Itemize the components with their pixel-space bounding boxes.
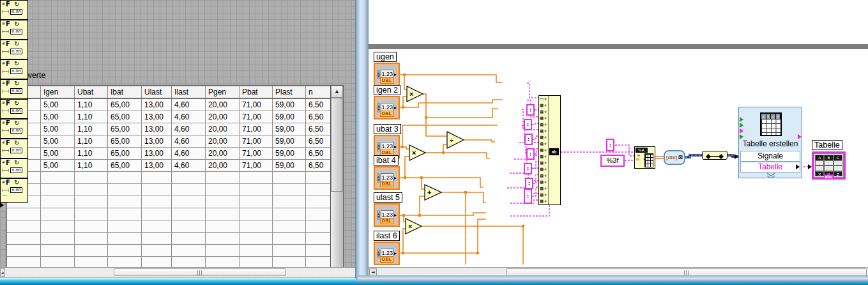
concat-input-row: ▭+ — [539, 96, 560, 102]
signal-merge-node[interactable] — [702, 151, 727, 160]
terminal-label[interactable]: ubat 3 — [374, 124, 401, 134]
concat-input-row: ▦+ — [539, 192, 560, 198]
terminal-label[interactable]: ugen — [374, 52, 397, 62]
terminal-arrow-icon — [740, 117, 743, 122]
divider — [548, 96, 549, 204]
tab-constant[interactable]: ∶ — [524, 163, 532, 174]
table-indicator-terminal[interactable]: A B C ∶ ∶ ∶ ∶ ∶ ∶ X Y Z abc — [812, 151, 846, 180]
concat-input-row: ▦+ — [539, 185, 560, 192]
concat-input-row: ▦+ — [539, 198, 560, 204]
svg-text:÷: ÷ — [450, 136, 453, 144]
terminal-body: ▲▼1.23▸DBL — [376, 65, 398, 84]
concat-input-row: ▦+ — [539, 128, 560, 134]
multiply-node[interactable]: × — [409, 145, 425, 160]
concat-input-row: ▦+ — [539, 134, 560, 141]
terminal-label[interactable]: ulast 5 — [374, 192, 402, 203]
dbl-control-terminal[interactable]: ▲▼1.23▸DBL — [374, 63, 400, 86]
format-string-constant[interactable]: %3f — [600, 155, 625, 167]
operator-nodes: × × ÷ + × — [406, 86, 464, 234]
tab-constant[interactable]: ∶ — [526, 104, 535, 116]
chevron-down-icon[interactable] — [766, 173, 775, 178]
signale-wire-arrow-icon — [735, 154, 738, 159]
add-node[interactable]: + — [425, 185, 441, 200]
concat-input-row: ▦+ — [539, 102, 560, 109]
terminal-body: ▲▼1.23▸DBL — [376, 137, 398, 157]
concat-input-row: ▦+ — [539, 141, 560, 147]
dbl-type-tag: DBL — [380, 218, 393, 224]
concat-input-row: ▦+ — [539, 121, 560, 128]
spreadsheet-grid-icon — [644, 153, 653, 167]
concat-input-row: ▦+ — [539, 179, 560, 185]
dbl-control-terminal[interactable]: ▲▼1.23▸DBL — [374, 242, 400, 265]
terminal-arrow-icon — [740, 123, 743, 128]
output-arrow-icon: ▸ — [394, 72, 397, 78]
concatenate-output-badge: ab — [549, 148, 559, 155]
format-glyph: %#; — [636, 148, 648, 153]
indicator-label[interactable]: Tabelle — [812, 140, 842, 150]
svg-text:+: + — [427, 189, 431, 196]
tab-constant[interactable]: ∶ — [524, 189, 532, 204]
svg-text:×: × — [408, 222, 412, 230]
output-arrow-icon: ▸ — [394, 144, 397, 150]
concat-input-row: ▦+ — [539, 109, 560, 115]
array-dots-glyph: ∶+⊡ — [636, 153, 641, 161]
output-arrow-icon: ▸ — [394, 175, 397, 181]
terminal-label[interactable]: ibat 4 — [374, 155, 399, 166]
dbl-type-tag: DBL — [380, 111, 393, 117]
terminal-body: ▲▼1.23▸DBL — [376, 168, 398, 188]
dbl-control-terminal[interactable]: ▲▼1.23▸DBL — [374, 203, 400, 227]
string-type-tag: abc — [823, 174, 834, 180]
concat-input-row: ▦+ — [539, 166, 560, 173]
tab-constant[interactable]: ∶ — [525, 178, 533, 189]
tabelle-out-arrow-icon — [796, 164, 800, 169]
terminal-arrow-icon — [798, 134, 802, 139]
divide-node[interactable]: ÷ — [447, 132, 464, 148]
terminal-arrow-icon — [740, 128, 743, 134]
output-arrow-icon: ▸ — [394, 250, 397, 257]
multiply-node[interactable]: × — [407, 86, 423, 102]
dbl-control-terminal[interactable]: ▲▼1.23▸DBL — [374, 96, 400, 119]
tab-constant[interactable]: ∶ — [526, 148, 535, 160]
tab-constant[interactable]: ∶ — [606, 139, 614, 151]
build-table-express-vi[interactable]: abcd Tabelle erstellen Signale Tabelle — [738, 107, 802, 178]
wire-arrow-icon — [0, 203, 4, 208]
signale-input-row[interactable]: Signale — [740, 151, 800, 162]
output-arrow-icon: ▸ — [394, 105, 397, 111]
svg-text:×: × — [412, 149, 416, 157]
concatenate-strings-node[interactable]: ▭+▦+▦+▦+▦+▦+▦+▦+▦+▦+▦+▦+▦+▦+▦+▦+▦+ ab — [538, 95, 561, 205]
spreadsheet-string-to-array-node[interactable]: %#; ∶+⊡ + — [634, 146, 655, 169]
dbl-type-tag: DBL — [380, 256, 393, 263]
tab-constant[interactable]: ∶ — [524, 119, 532, 130]
output-arrow-icon: ▸ — [394, 212, 397, 219]
terminal-body: ▲▼1.23▸DBL — [376, 243, 398, 263]
concat-input-row: ▦+ — [539, 160, 560, 166]
dbl-type-tag: DBL — [380, 77, 393, 84]
block-diagram: × × ÷ + × ugen▲▼1.23▸DBLigen 2▲▼1.23▸DBL… — [0, 0, 868, 285]
tab-constant[interactable]: ∶ — [524, 134, 533, 145]
convert-icon: ⊠ — [678, 155, 683, 160]
multiply-node[interactable]: × — [406, 219, 422, 234]
merge-icon — [703, 153, 727, 160]
convert-to-dynamic-data-node[interactable]: [dbl] ⊠ — [664, 150, 685, 165]
dbl-type-tag: DBL — [380, 181, 393, 187]
svg-text:×: × — [409, 90, 413, 98]
concat-input-row: ▦+ — [539, 173, 560, 179]
terminal-body: ▲▼1.23▸DBL — [376, 205, 398, 225]
table-grid-icon: A B C ∶ ∶ ∶ ∶ ∶ ∶ X Y Z — [815, 155, 842, 176]
dbl-type-label: [dbl] — [666, 155, 677, 160]
table-icon: abcd — [760, 112, 782, 136]
concat-input-row: ▦+ — [539, 115, 560, 121]
terminal-body: ▲▼1.23▸DBL — [376, 98, 398, 118]
dbl-control-terminal[interactable]: ▲▼1.23▸DBL — [374, 166, 400, 190]
terminal-label[interactable]: igen 2 — [374, 85, 400, 95]
terminal-arrow-icon — [740, 134, 743, 139]
tabelle-output-row[interactable]: Tabelle — [740, 162, 800, 173]
express-vi-title: Tabelle erstellen — [739, 139, 802, 148]
terminal-label[interactable]: ilast 6 — [374, 231, 400, 241]
